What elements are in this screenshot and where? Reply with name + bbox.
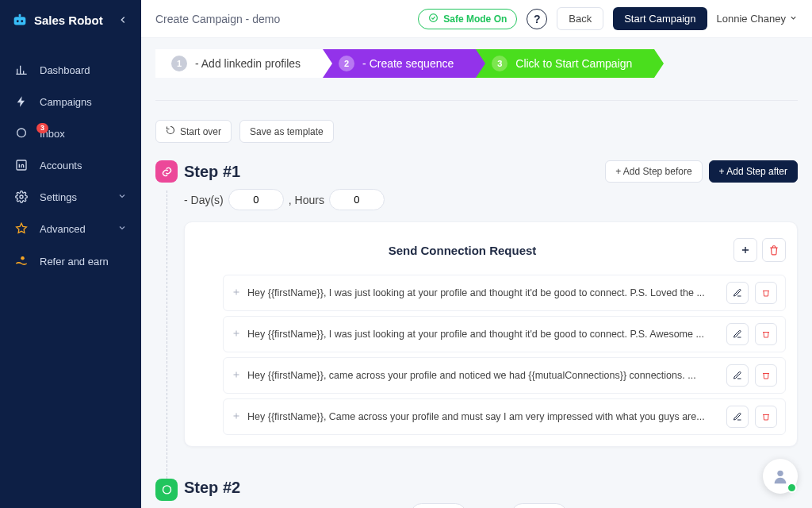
- sidebar-item-refer[interactable]: Refer and earn: [0, 244, 141, 278]
- svg-point-1: [17, 20, 19, 22]
- sidebar-item-advanced[interactable]: Advanced: [0, 213, 141, 244]
- step-number: 2: [339, 56, 354, 71]
- add-step-before-button[interactable]: + Add Step before: [605, 160, 702, 183]
- action-card: Send Connection Request Hey {{firstName}…: [184, 221, 798, 447]
- step-number: 3: [492, 56, 508, 71]
- nav-label: Inbox: [40, 128, 127, 140]
- start-over-button[interactable]: Start over: [155, 120, 232, 143]
- message-row: Hey {{firstName}}, Came across your prof…: [223, 398, 786, 435]
- hours-input[interactable]: [511, 503, 567, 508]
- step-title: Step #2: [184, 479, 240, 497]
- step-number: 1: [171, 56, 187, 71]
- nav-label: Campaigns: [40, 96, 127, 108]
- user-menu[interactable]: Lonnie Chaney: [717, 13, 798, 25]
- safe-mode-pill[interactable]: Safe Mode On: [418, 9, 517, 29]
- edit-button[interactable]: [726, 282, 749, 304]
- sidebar: Sales Robot Dashboard Campaigns Inbox 3: [0, 0, 141, 508]
- chevron-down-icon: [117, 223, 127, 235]
- stepper-step-2[interactable]: 2 - Create sequence: [323, 49, 476, 78]
- sequence-step-2: Step #2 After connection request is acce…: [155, 479, 798, 508]
- sidebar-item-accounts[interactable]: Accounts: [0, 149, 141, 181]
- link-icon: [155, 160, 178, 183]
- sidebar-collapse-button[interactable]: [116, 13, 130, 27]
- message-text: Hey {{firstName}}, Came across your prof…: [247, 411, 720, 422]
- svg-rect-0: [14, 17, 26, 25]
- add-message-button[interactable]: [733, 238, 757, 262]
- message-row: Hey {{firstName}}, I was just looking at…: [223, 275, 786, 311]
- nav-list: Dashboard Campaigns Inbox 3 Accounts Set…: [0, 54, 141, 278]
- svg-rect-3: [19, 14, 21, 17]
- message-text: Hey {{firstName}}, I was just looking at…: [247, 287, 720, 298]
- card-title: Send Connection Request: [196, 244, 729, 257]
- chat-widget[interactable]: [763, 459, 798, 494]
- timing-label: , Hours: [289, 194, 324, 206]
- back-button[interactable]: Back: [557, 7, 603, 30]
- drag-handle-icon[interactable]: [232, 287, 241, 299]
- days-input[interactable]: [228, 189, 284, 210]
- chat-icon: [155, 479, 178, 501]
- message-text: Hey {{firstName}}, I was just looking at…: [247, 329, 720, 340]
- header: Create Campaign - demo Safe Mode On ? Ba…: [141, 0, 812, 38]
- stepper-step-3[interactable]: 3 Click to Start Campaign: [476, 49, 654, 78]
- delete-button[interactable]: [755, 406, 777, 428]
- nav-label: Advanced: [40, 223, 106, 235]
- delete-action-button[interactable]: [762, 238, 786, 262]
- add-step-after-button[interactable]: + Add Step after: [709, 160, 798, 183]
- brand-name: Sales Robot: [34, 13, 103, 27]
- start-campaign-button[interactable]: Start Campaign: [613, 7, 707, 30]
- stepper-step-1[interactable]: 1 - Add linkedin profiles: [155, 49, 323, 78]
- drag-handle-icon[interactable]: [232, 411, 241, 423]
- chevron-down-icon: [789, 13, 798, 25]
- edit-button[interactable]: [726, 323, 749, 345]
- sidebar-item-settings[interactable]: Settings: [0, 181, 141, 213]
- safe-mode-label: Safe Mode On: [443, 13, 507, 25]
- bar-chart-icon: [14, 64, 29, 76]
- svg-point-6: [20, 195, 23, 198]
- sidebar-item-dashboard[interactable]: Dashboard: [0, 54, 141, 86]
- star-icon: [14, 222, 29, 235]
- user-name: Lonnie Chaney: [717, 13, 786, 25]
- gear-icon: [14, 190, 29, 203]
- svg-point-10: [777, 471, 783, 476]
- edit-button[interactable]: [726, 406, 749, 428]
- timing-label: - Day(s): [184, 194, 224, 206]
- sidebar-item-campaigns[interactable]: Campaigns: [0, 86, 141, 117]
- user-icon: [772, 468, 789, 485]
- step-timing: After connection request is accepted - D…: [184, 503, 798, 508]
- drag-handle-icon[interactable]: [232, 329, 241, 341]
- svg-point-8: [430, 13, 438, 21]
- message-row: Hey {{firstName}}, came across your prof…: [223, 357, 786, 394]
- chevron-down-icon: [117, 191, 127, 203]
- inbox-badge: 3: [36, 123, 48, 133]
- svg-point-7: [21, 256, 25, 260]
- linkedin-icon: [14, 159, 29, 171]
- hours-input[interactable]: [329, 189, 385, 210]
- progress-stepper: 1 - Add linkedin profiles 2 - Create seq…: [155, 49, 798, 101]
- sequence-toolbar: Start over Save as template: [155, 120, 798, 143]
- nav-label: Settings: [40, 191, 106, 203]
- delete-button[interactable]: [755, 364, 777, 387]
- step-timing: - Day(s) , Hours: [184, 189, 798, 210]
- step-label: Click to Start Campaign: [515, 57, 632, 70]
- hand-coin-icon: [14, 254, 29, 268]
- message-row: Hey {{firstName}}, I was just looking at…: [223, 316, 786, 352]
- refresh-icon: [166, 125, 175, 137]
- nav-label: Dashboard: [40, 64, 127, 76]
- check-circle-icon: [428, 13, 439, 25]
- days-input[interactable]: [411, 503, 466, 508]
- message-text: Hey {{firstName}}, came across your prof…: [247, 370, 720, 381]
- button-label: Start over: [180, 126, 221, 137]
- delete-button[interactable]: [755, 323, 777, 345]
- step-label: - Add linkedin profiles: [195, 57, 301, 70]
- page-title: Create Campaign - demo: [155, 13, 408, 25]
- drag-handle-icon[interactable]: [232, 370, 241, 382]
- help-button[interactable]: ?: [527, 9, 547, 29]
- brand-logo[interactable]: Sales Robot: [11, 11, 116, 29]
- edit-button[interactable]: [726, 364, 749, 387]
- nav-label: Accounts: [40, 160, 127, 171]
- save-template-button[interactable]: Save as template: [239, 120, 334, 143]
- lightning-icon: [14, 95, 29, 108]
- nav-label: Refer and earn: [40, 256, 127, 267]
- sidebar-item-inbox[interactable]: Inbox 3: [0, 117, 141, 149]
- delete-button[interactable]: [755, 282, 777, 304]
